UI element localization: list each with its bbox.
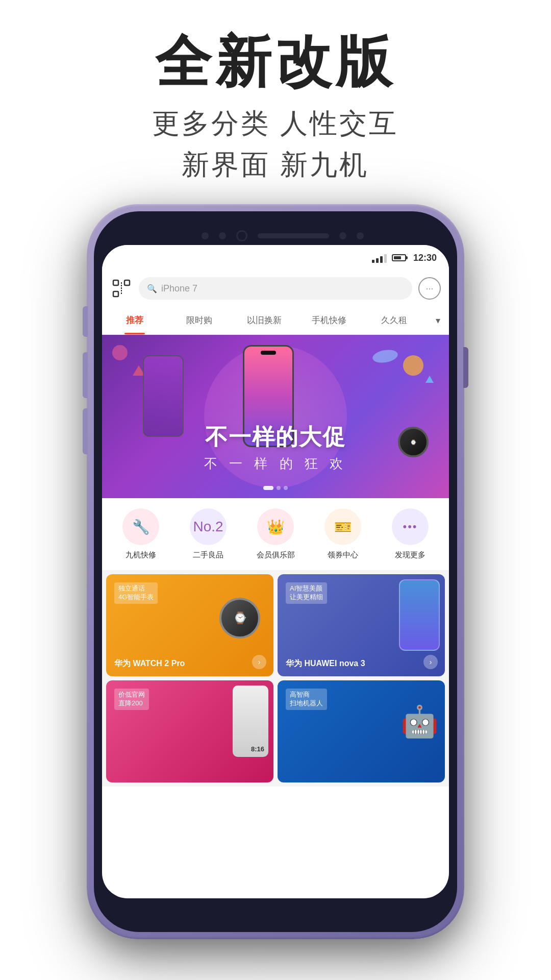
promo-subtitle-line1: 更多分类 人性交互 <box>0 103 551 144</box>
camera-dot-3 <box>339 232 346 239</box>
tab-recommend[interactable]: 推荐 <box>102 306 167 334</box>
tab-rental[interactable]: 久久租 <box>362 306 427 334</box>
phone-mockup: 12:30 🔍 iPhone 7 ··· 推荐 <box>87 204 464 960</box>
product-arrow-2: › <box>423 655 438 669</box>
main-camera <box>236 230 247 241</box>
category-repair[interactable]: 🔧 九机快修 <box>107 508 174 560</box>
category-member[interactable]: 👑 会员俱乐部 <box>242 508 309 560</box>
main-banner[interactable]: ⌚ 不一样的大促 不 一 样 的 狂 欢 <box>102 335 449 498</box>
product-grid: 独立通话 4G智能手表 ⌚ 华为 WATCH 2 Pro › AI智慧美颜 让美… <box>102 570 449 787</box>
product-xiaomi[interactable]: 价低官网 直降200 8:16 <box>106 680 273 782</box>
xiaomi-image: 8:16 <box>233 685 268 757</box>
search-icon: 🔍 <box>147 284 157 293</box>
product-tag-3: 价低官网 直降200 <box>114 689 149 710</box>
svg-rect-1 <box>124 280 130 285</box>
robot-image: 🤖 <box>399 685 440 757</box>
banner-dot-3[interactable] <box>284 486 288 490</box>
product-huawei-nova[interactable]: AI智慧美颜 让美更精细 华为 HUAWEI nova 3 › <box>278 574 445 676</box>
banner-dot-2[interactable] <box>277 486 281 490</box>
banner-sub-text: 不 一 样 的 狂 欢 <box>102 455 449 473</box>
svg-rect-2 <box>113 291 118 297</box>
product-huawei-watch[interactable]: 独立通话 4G智能手表 ⌚ 华为 WATCH 2 Pro › <box>106 574 273 676</box>
product-arrow-1: › <box>252 655 266 669</box>
deco-ufo <box>371 348 398 364</box>
category-grid: 🔧 九机快修 No.2 二手良品 👑 会员俱乐部 🎫 领券中 <box>102 498 449 570</box>
search-placeholder: iPhone 7 <box>161 283 197 294</box>
mute-button <box>83 306 88 337</box>
power-button <box>463 347 468 388</box>
promo-section: 全新改版 更多分类 人性交互 新界面 新九机 <box>0 31 551 185</box>
tab-repair[interactable]: 手机快修 <box>297 306 362 334</box>
chat-icon: ··· <box>425 283 433 294</box>
chat-button[interactable]: ··· <box>418 277 441 300</box>
promo-subtitle-line2: 新界面 新九机 <box>0 144 551 185</box>
deco-triangle-2 <box>425 376 434 383</box>
deco-circle-1 <box>112 345 128 360</box>
nova3-image <box>399 579 440 651</box>
category-second-hand-label: 二手良品 <box>193 550 223 560</box>
search-box[interactable]: 🔍 iPhone 7 <box>139 277 412 300</box>
product-robot[interactable]: 高智商 扫地机器人 🤖 <box>278 680 445 782</box>
tabs-more-button[interactable]: ▾ <box>427 306 449 334</box>
product-name-2: 华为 HUAWEI nova 3 <box>286 658 424 669</box>
second-hand-icon: No.2 <box>193 519 223 535</box>
status-bar: 12:30 <box>102 245 449 271</box>
more-icon: ••• <box>403 520 417 533</box>
status-time: 12:30 <box>413 253 437 263</box>
banner-main-text: 不一样的大促 <box>102 422 449 452</box>
category-coupon-label: 领券中心 <box>328 550 358 560</box>
battery-icon <box>392 254 406 261</box>
category-repair-label: 九机快修 <box>126 550 156 560</box>
product-tag-4: 高智商 扫地机器人 <box>286 689 327 710</box>
promo-subtitle: 更多分类 人性交互 新界面 新九机 <box>0 103 551 185</box>
product-name-1: 华为 WATCH 2 Pro <box>114 658 253 669</box>
category-member-label: 会员俱乐部 <box>257 550 295 560</box>
search-area: 🔍 iPhone 7 ··· <box>102 271 449 306</box>
category-more[interactable]: ••• 发现更多 <box>377 508 444 560</box>
volume-up-button <box>83 352 88 398</box>
phone-screen: 12:30 🔍 iPhone 7 ··· 推荐 <box>102 245 449 898</box>
banner-dot-1[interactable] <box>263 486 273 490</box>
coupon-icon: 🎫 <box>334 519 352 535</box>
camera-dot-4 <box>357 232 364 239</box>
chevron-down-icon: ▾ <box>436 315 440 326</box>
camera-dot-1 <box>202 232 209 239</box>
banner-indicators <box>102 486 449 490</box>
tab-trade-in[interactable]: 以旧换新 <box>232 306 296 334</box>
tab-flash-sale[interactable]: 限时购 <box>167 306 232 334</box>
category-second-hand[interactable]: No.2 二手良品 <box>174 508 242 560</box>
scan-button[interactable] <box>110 277 133 300</box>
signal-icon <box>372 253 387 263</box>
watch-image: ⌚ <box>219 598 265 644</box>
category-more-label: 发现更多 <box>395 550 425 560</box>
product-tag-2: AI智慧美颜 让美更精细 <box>286 582 327 604</box>
category-coupon[interactable]: 🎫 领券中心 <box>309 508 377 560</box>
camera-dot-2 <box>219 232 226 239</box>
volume-down-button <box>83 408 88 454</box>
nav-tabs: 推荐 限时购 以旧换新 手机快修 久久租 ▾ <box>102 306 449 335</box>
member-icon: 👑 <box>267 519 285 535</box>
deco-circle-2 <box>403 355 423 376</box>
repair-icon: 🔧 <box>132 519 150 535</box>
promo-title: 全新改版 <box>0 31 551 92</box>
product-tag-1: 独立通话 4G智能手表 <box>114 582 158 604</box>
svg-rect-0 <box>113 280 118 285</box>
speaker <box>258 233 329 238</box>
